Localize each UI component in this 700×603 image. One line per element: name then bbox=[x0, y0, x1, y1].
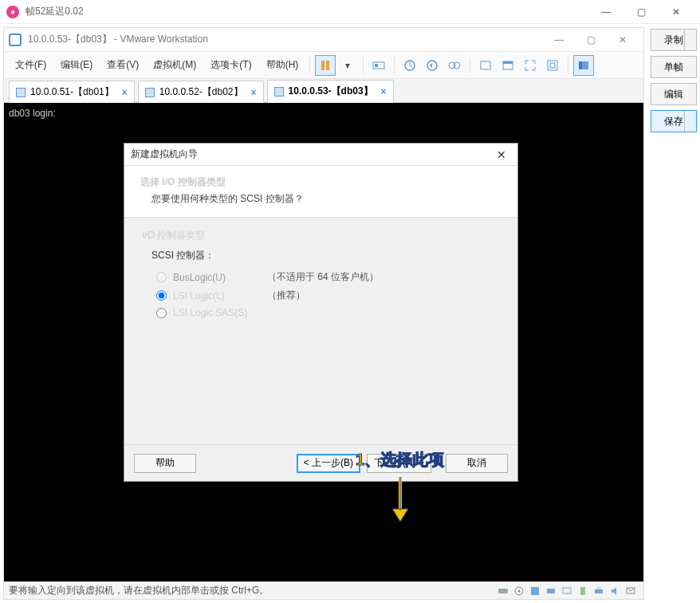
tab-close-icon[interactable]: × bbox=[381, 86, 387, 97]
svg-point-7 bbox=[454, 62, 460, 69]
single-frame-button[interactable]: 单帧 bbox=[651, 56, 697, 78]
wizard-subheading: 您要使用何种类型的 SCSI 控制器？ bbox=[140, 192, 501, 206]
vm-tab-label: 10.0.0.52-【db02】 bbox=[159, 85, 243, 99]
wizard-close-button[interactable]: ✕ bbox=[492, 148, 511, 161]
scsi-controller-label: SCSI 控制器： bbox=[151, 249, 500, 262]
svg-rect-3 bbox=[375, 64, 378, 67]
menu-view[interactable]: 查看(V) bbox=[100, 55, 145, 75]
next-button[interactable]: 下一步(N) > bbox=[367, 454, 431, 473]
wizard-header: 选择 I/O 控制器类型 您要使用何种类型的 SCSI 控制器？ bbox=[124, 166, 517, 218]
vm-tab-db01[interactable]: 10.0.0.51-【db01】 × bbox=[9, 81, 135, 103]
vmware-minimize-button[interactable]: — bbox=[543, 28, 575, 52]
toolbar-divider bbox=[568, 57, 568, 73]
fit-guest-button[interactable] bbox=[475, 55, 496, 76]
svg-rect-1 bbox=[326, 61, 329, 70]
vmware-logo-icon bbox=[9, 34, 22, 46]
status-message-icon[interactable] bbox=[624, 585, 637, 597]
recorder-side-panel: 录制 单帧 编辑 保存 bbox=[647, 24, 700, 603]
save-button[interactable]: 保存 bbox=[651, 110, 697, 132]
recorder-title: 帧52延迟0.02 bbox=[26, 5, 588, 18]
svg-rect-19 bbox=[547, 589, 555, 593]
vmware-statusbar: 要将输入定向到该虚拟机，请在虚拟机内部单击或按 Ctrl+G。 bbox=[4, 581, 643, 599]
unity-button[interactable] bbox=[542, 55, 563, 76]
recorder-maximize-button[interactable]: ▢ bbox=[623, 0, 659, 24]
radio-lsilogic[interactable] bbox=[156, 290, 167, 301]
send-cad-button[interactable] bbox=[368, 55, 389, 76]
svg-rect-20 bbox=[563, 588, 571, 593]
svg-point-17 bbox=[518, 589, 521, 592]
console-text: db03 login: bbox=[9, 108, 639, 119]
option-buslogic: BusLogic(U) （不适用于 64 位客户机） bbox=[156, 270, 500, 284]
vm-tab-icon bbox=[274, 87, 284, 97]
vmware-window: 10.0.0.53-【db03】 - VMware Workstation — … bbox=[3, 27, 644, 600]
menu-file[interactable]: 文件(F) bbox=[9, 55, 53, 75]
status-usb-icon[interactable] bbox=[576, 585, 589, 597]
record-button[interactable]: 录制 bbox=[651, 29, 697, 51]
new-vm-wizard: 新建虚拟机向导 ✕ 选择 I/O 控制器类型 您要使用何种类型的 SCSI 控制… bbox=[124, 143, 518, 482]
tab-close-icon[interactable]: × bbox=[122, 87, 128, 98]
wizard-titlebar: 新建虚拟机向导 ✕ bbox=[124, 144, 517, 166]
svg-rect-22 bbox=[595, 589, 603, 593]
menu-tabs[interactable]: 选项卡(T) bbox=[204, 55, 258, 75]
vm-tab-icon bbox=[16, 88, 26, 97]
status-printer-icon[interactable] bbox=[592, 585, 605, 597]
vmware-close-button[interactable]: ✕ bbox=[607, 28, 639, 52]
vmware-menubar: 文件(F) 编辑(E) 查看(V) 虚拟机(M) 选项卡(T) 帮助(H) ▾ bbox=[4, 52, 643, 79]
recorder-close-button[interactable]: ✕ bbox=[659, 0, 694, 24]
wizard-body: I/O 控制器类型 SCSI 控制器： BusLogic(U) （不适用于 64… bbox=[124, 218, 517, 444]
vm-tab-db03[interactable]: 10.0.0.53-【db03】 × bbox=[267, 80, 394, 103]
status-cd-icon[interactable] bbox=[513, 585, 525, 597]
status-sound-icon[interactable] bbox=[608, 585, 621, 597]
console-view-button[interactable] bbox=[497, 55, 518, 76]
option-buslogic-label: BusLogic(U) bbox=[173, 272, 261, 283]
status-display-icon[interactable] bbox=[560, 585, 573, 597]
option-lsisas[interactable]: LSI Logic SAS(S) bbox=[156, 307, 500, 318]
vm-tab-label: 10.0.0.51-【db01】 bbox=[30, 85, 114, 99]
toolbar-divider bbox=[394, 57, 395, 73]
help-button[interactable]: 帮助 bbox=[134, 454, 196, 473]
svg-rect-18 bbox=[531, 587, 539, 595]
snapshot-button[interactable] bbox=[399, 55, 420, 76]
vmware-maximize-button[interactable]: ▢ bbox=[575, 28, 607, 52]
back-button[interactable]: < 上一步(B) bbox=[297, 454, 360, 473]
menu-vm[interactable]: 虚拟机(M) bbox=[147, 55, 203, 75]
wizard-heading: 选择 I/O 控制器类型 bbox=[140, 175, 501, 189]
svg-rect-12 bbox=[550, 63, 555, 68]
show-library-button[interactable] bbox=[573, 55, 594, 76]
revert-snapshot-button[interactable] bbox=[422, 55, 442, 76]
option-lsilogic-note: （推荐） bbox=[267, 289, 305, 302]
status-floppy-icon[interactable] bbox=[529, 585, 541, 597]
edit-button[interactable]: 编辑 bbox=[651, 83, 697, 105]
menu-edit[interactable]: 编辑(E) bbox=[54, 55, 99, 75]
svg-rect-10 bbox=[503, 61, 513, 64]
manage-snapshots-button[interactable] bbox=[444, 55, 465, 76]
pause-vm-button[interactable] bbox=[315, 55, 336, 76]
vmware-titlebar: 10.0.0.53-【db03】 - VMware Workstation — … bbox=[4, 28, 643, 52]
vm-console[interactable]: db03 login: 新建虚拟机向导 ✕ 选择 I/O 控制器类型 您要使用何… bbox=[4, 103, 643, 581]
option-lsilogic[interactable]: LSI Logic(L) （推荐） bbox=[156, 289, 500, 302]
menu-help[interactable]: 帮助(H) bbox=[260, 55, 305, 75]
vm-tab-label: 10.0.0.53-【db03】 bbox=[289, 85, 373, 98]
svg-rect-0 bbox=[321, 61, 324, 70]
status-nic-icon[interactable] bbox=[545, 585, 557, 597]
power-dropdown-icon[interactable]: ▾ bbox=[337, 55, 358, 76]
toolbar-divider bbox=[363, 57, 364, 73]
fullscreen-button[interactable] bbox=[520, 55, 541, 76]
svg-rect-8 bbox=[481, 61, 490, 69]
cancel-button[interactable]: 取消 bbox=[446, 454, 508, 473]
wizard-button-bar: 帮助 < 上一步(B) 下一步(N) > 取消 bbox=[124, 444, 517, 481]
radio-lsisas[interactable] bbox=[156, 308, 167, 318]
svg-rect-21 bbox=[580, 587, 585, 595]
recorder-minimize-button[interactable]: — bbox=[588, 0, 623, 24]
tab-close-icon[interactable]: × bbox=[251, 87, 257, 98]
io-controller-group-label: I/O 控制器类型 bbox=[142, 229, 500, 242]
option-buslogic-note: （不适用于 64 位客户机） bbox=[267, 270, 379, 284]
wizard-title: 新建虚拟机向导 bbox=[131, 148, 492, 161]
toolbar-divider bbox=[470, 57, 470, 73]
option-lsisas-label: LSI Logic SAS(S) bbox=[173, 307, 261, 318]
status-hdd-icon[interactable] bbox=[497, 585, 509, 597]
svg-rect-23 bbox=[596, 587, 601, 589]
toolbar-divider bbox=[309, 57, 310, 73]
vm-tab-strip: 10.0.0.51-【db01】 × 10.0.0.52-【db02】 × 10… bbox=[4, 79, 643, 103]
vm-tab-db02[interactable]: 10.0.0.52-【db02】 × bbox=[138, 81, 264, 103]
